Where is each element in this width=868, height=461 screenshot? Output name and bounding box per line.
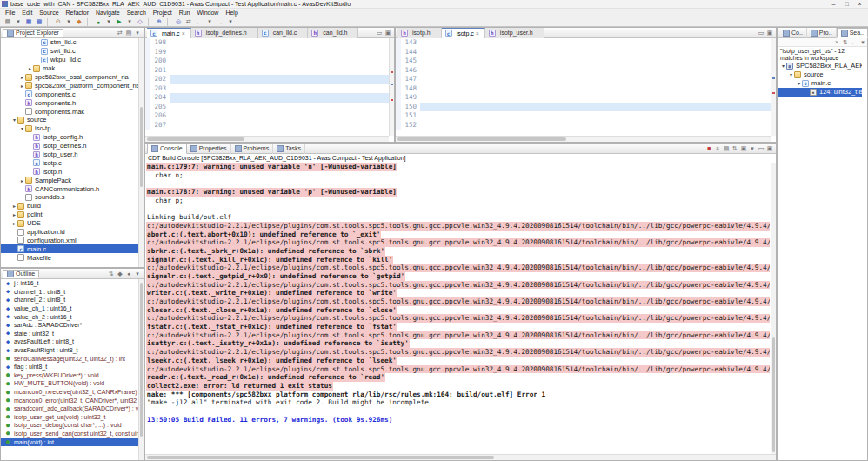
show-previous-search-button[interactable]: ←	[850, 39, 858, 45]
search-button[interactable]: ◎	[173, 17, 184, 27]
debug-button[interactable]: ●	[93, 17, 103, 27]
expand-arrow-icon[interactable]: ▸	[11, 211, 17, 217]
pin-console-button[interactable]: ▣	[739, 145, 748, 152]
profile-button[interactable]: ◇	[135, 17, 145, 27]
view-menu-button[interactable]: ▾	[858, 39, 867, 46]
outline-item[interactable]: isotp_user_debug(const char*, ...) : voi…	[1, 421, 138, 430]
tree-item[interactable]: ▸ mak	[1, 64, 138, 73]
tree-item[interactable]: isotp_config.h	[1, 133, 138, 142]
run-button[interactable]: ▶	[114, 17, 124, 27]
tree-item[interactable]: isotp.c	[1, 158, 138, 167]
editor-tab[interactable]: isotp_user.h	[485, 28, 544, 38]
tree-item[interactable]: ▸ pclint	[1, 210, 138, 219]
editor-tab[interactable]: can_lld.c	[258, 28, 309, 38]
editor-tab[interactable]: isotp_defines.h	[191, 28, 258, 38]
maximize-view-button[interactable]: ▣	[765, 145, 774, 152]
maximize-group-button[interactable]: ▣	[384, 30, 392, 37]
terminate-button[interactable]: ■	[704, 145, 713, 152]
link-with-editor-button[interactable]: ⇄	[116, 30, 124, 37]
outline-item[interactable]: j : int16_t	[1, 279, 138, 288]
scroll-lock-button[interactable]: ⇅	[731, 145, 739, 152]
menu-item[interactable]: File	[2, 10, 18, 16]
new-dropdown[interactable]: ▾	[13, 17, 23, 27]
run-dropdown[interactable]: ▾	[124, 17, 135, 27]
close-button[interactable]: ×	[853, 0, 866, 9]
outline-item[interactable]: flag : uint8_t	[1, 363, 138, 371]
clear-console-button[interactable]: ▤	[722, 145, 731, 152]
expand-arrow-icon[interactable]: ▾	[11, 117, 17, 123]
build-dropdown[interactable]: ▾	[63, 17, 74, 27]
view-menu-button[interactable]: ▾	[133, 271, 142, 277]
menu-item[interactable]: Refactor	[63, 10, 92, 16]
console-output[interactable]: main.c:179:7: warning: unused variable '…	[146, 163, 770, 454]
expand-arrow-icon[interactable]: ▸	[19, 83, 25, 89]
outline-item[interactable]: sarAdc : SARADCDriver*	[1, 321, 138, 330]
tree-item[interactable]: isotp_user.h	[1, 150, 138, 159]
tree-item[interactable]: ▸ spc582bxx_osal_component_rla	[1, 73, 138, 82]
tab-project-explorer[interactable]: Project Explorer	[3, 29, 63, 37]
expand-arrow-icon[interactable]: ▾	[796, 80, 802, 86]
minimize-view-button[interactable]: ▭	[757, 145, 765, 152]
outline-item[interactable]: sendCanMessage(uint32_t, uint32_t) : int	[1, 354, 138, 363]
open-console-dropdown[interactable]: ▾	[748, 145, 757, 152]
close-tab-icon[interactable]	[476, 30, 481, 37]
minimize-button[interactable]: –	[827, 0, 840, 9]
search-result-item[interactable]: 124: uint32_t isotp_user_g	[778, 88, 862, 97]
close-tab-icon[interactable]	[182, 30, 187, 37]
view-tab[interactable]: Sea..	[837, 28, 868, 38]
separator[interactable]	[167, 18, 171, 26]
sort-button[interactable]: ⇅	[107, 271, 116, 277]
outline-item[interactable]: saradcconf_adc_callback(SARADCDriver*) :…	[1, 404, 138, 413]
tree-item[interactable]: ▾ source	[1, 116, 138, 124]
search-result-item[interactable]: ▾ main.c	[778, 79, 862, 88]
minimize-group-button[interactable]: ▭	[757, 30, 765, 37]
view-tab[interactable]: Problems	[231, 144, 274, 154]
new-button[interactable]: ▤	[3, 17, 13, 27]
search-result-item[interactable]: ▾ source	[778, 70, 862, 79]
tree-item[interactable]: stm_lld.c	[1, 38, 138, 47]
tree-item[interactable]: ▾ iso-tp	[1, 124, 138, 133]
scrollbar-thumb[interactable]	[140, 283, 143, 437]
outline-item[interactable]: main(void) : int	[1, 438, 138, 446]
separator[interactable]	[47, 18, 51, 26]
view-tab[interactable]: Tasks	[273, 144, 305, 154]
new-wizard-button[interactable]: ⊕	[154, 17, 164, 27]
menu-item[interactable]: Help	[222, 10, 241, 16]
tree-item[interactable]: ▸ UDE	[1, 219, 138, 228]
expand-arrow-icon[interactable]: ▸	[19, 177, 25, 184]
last-edit-location-button[interactable]: ⇄	[184, 17, 194, 27]
tree-item[interactable]: ▸ SamplePack	[1, 176, 138, 184]
expand-arrow-icon[interactable]: ▾	[788, 71, 794, 77]
outline-item[interactable]: value_ch_1 : uint16_t	[1, 304, 138, 313]
outline-item[interactable]: value_ch_2 : uint16_t	[1, 312, 138, 321]
outline-list[interactable]: j : int16_t channel_1 : uint8_t channel_…	[1, 279, 138, 460]
menu-item[interactable]: Run	[176, 10, 194, 16]
menu-item[interactable]: Edit	[18, 10, 36, 16]
view-tab[interactable]: Properties	[187, 144, 231, 154]
back-button[interactable]: ←	[194, 17, 204, 27]
tree-item[interactable]: main.c	[1, 244, 138, 253]
expand-arrow-icon[interactable]: ▸	[19, 74, 25, 80]
code-editor-isotp[interactable]: 143 size = sizeof(message); 144 #else	[396, 38, 771, 136]
tree-item[interactable]: swt_lld.c	[1, 47, 138, 56]
scrollbar-thumb[interactable]	[772, 337, 775, 452]
menu-item[interactable]: Search	[124, 10, 150, 16]
tree-item[interactable]: Makefile	[1, 253, 138, 262]
menu-item[interactable]: Project	[150, 10, 176, 16]
tree-item[interactable]: ▸ build	[1, 202, 138, 210]
minimize-group-button[interactable]: ▭	[375, 30, 384, 37]
tree-item[interactable]: application.ld	[1, 228, 138, 237]
debug-dropdown[interactable]: ▾	[103, 17, 114, 27]
search-result-item[interactable]: ▾ SPC582Bxx_RLA_AEK_AUD...	[778, 62, 862, 70]
scrollbar-thumb[interactable]	[147, 456, 494, 459]
forward-button[interactable]: →	[215, 17, 225, 27]
tree-item[interactable]: components.mak	[1, 107, 138, 116]
separator[interactable]	[87, 18, 91, 26]
outline-item[interactable]: key_press(WKPUDriver*) : void	[1, 371, 138, 380]
expand-arrow-icon[interactable]: ▸	[11, 203, 17, 209]
back-dropdown[interactable]: ▾	[204, 17, 215, 27]
tree-item[interactable]: sounddb.s	[1, 193, 138, 202]
expand-collapse-button[interactable]: ⇅	[841, 39, 850, 46]
build-all-button[interactable]: ◆	[74, 17, 84, 27]
forward-dropdown[interactable]: ▾	[225, 17, 236, 27]
